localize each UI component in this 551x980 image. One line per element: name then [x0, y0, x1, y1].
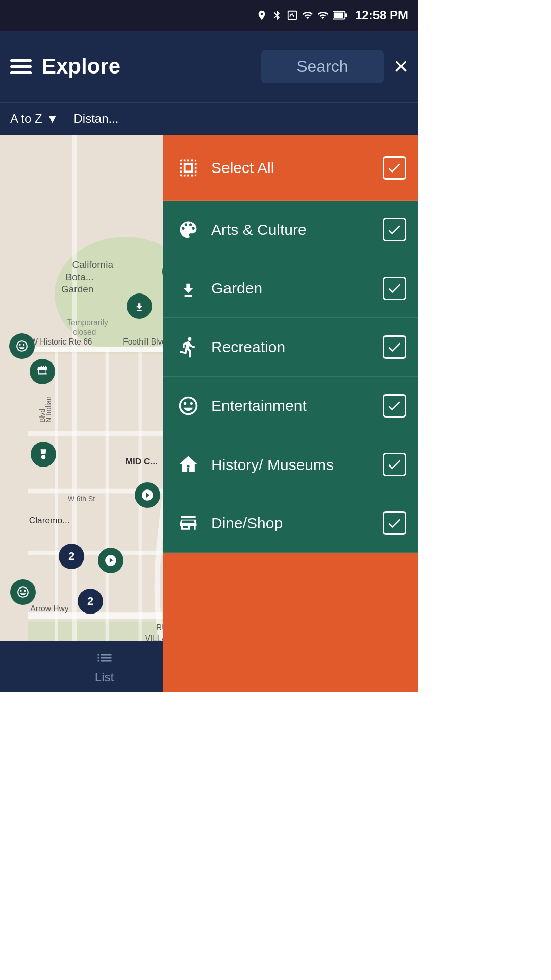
sort-arrow-icon: ▼	[46, 112, 59, 126]
sort-label: A to Z	[10, 112, 42, 126]
list-nav-label: List	[95, 670, 114, 684]
map-marker-face[interactable]	[9, 333, 35, 359]
arts-culture-checkbox[interactable]	[383, 218, 406, 241]
recreation-item[interactable]: Recreation	[163, 318, 418, 377]
map-area[interactable]: California Bota... Garden Temporarily cl…	[0, 135, 418, 692]
entertainment-label: Entertainment	[211, 397, 372, 414]
status-time: 12:58 PM	[355, 8, 408, 22]
svg-text:Foothill Blvd: Foothill Blvd	[123, 337, 166, 346]
bluetooth-icon	[271, 10, 283, 21]
dine-shop-checkbox[interactable]	[383, 511, 406, 535]
header: Explore Search ×	[0, 31, 418, 102]
map-marker-theater-2[interactable]	[98, 548, 123, 573]
garden-item[interactable]: Garden	[163, 259, 418, 318]
signal-icon	[317, 10, 329, 21]
recreation-checkbox[interactable]	[383, 335, 406, 359]
status-bar: 12:58 PM	[0, 0, 418, 31]
filter-bar: A to Z ▼ Distan...	[0, 102, 418, 135]
search-box[interactable]: Search	[261, 50, 384, 83]
dine-shop-item[interactable]: Dine/Shop	[163, 494, 418, 553]
svg-text:W 6th St: W 6th St	[68, 495, 95, 503]
svg-text:Claremo...: Claremo...	[29, 515, 70, 525]
battery-icon	[333, 10, 347, 21]
select-all-item[interactable]: Select All	[163, 135, 418, 201]
dropdown-panel: Select All Arts & Culture	[163, 135, 418, 692]
map-marker-shop[interactable]	[30, 359, 55, 384]
svg-rect-1	[334, 12, 343, 18]
menu-button[interactable]	[10, 59, 32, 74]
arts-culture-label: Arts & Culture	[211, 221, 372, 238]
svg-text:Garden: Garden	[61, 284, 93, 295]
wifi-icon	[302, 10, 313, 21]
sort-az-button[interactable]: A to Z ▼	[10, 112, 58, 126]
history-museums-label: History/ Museums	[211, 455, 372, 475]
entertainment-item[interactable]: Entertainment	[163, 377, 418, 435]
map-marker-tree-1[interactable]	[127, 293, 152, 319]
nfc-icon	[287, 10, 298, 21]
svg-text:MID C...: MID C...	[125, 456, 157, 467]
arts-culture-item[interactable]: Arts & Culture	[163, 201, 418, 259]
select-all-checkbox[interactable]	[383, 156, 406, 180]
map-marker-theater-1[interactable]	[135, 482, 160, 508]
entertainment-checkbox[interactable]	[383, 394, 406, 418]
svg-rect-2	[345, 13, 347, 17]
dine-shop-icon	[176, 510, 201, 536]
location-icon	[256, 10, 267, 21]
svg-rect-15	[106, 348, 109, 692]
svg-text:California: California	[72, 259, 114, 270]
map-marker-num-1[interactable]: 2	[59, 544, 84, 569]
entertainment-icon	[176, 393, 201, 419]
history-museums-icon	[176, 452, 201, 477]
dine-shop-label: Dine/Shop	[211, 514, 372, 532]
svg-rect-13	[72, 135, 77, 692]
page-title: Explore	[42, 54, 251, 79]
svg-text:closed: closed	[73, 328, 96, 336]
dropdown-bottom-space	[163, 553, 418, 692]
map-marker-vase[interactable]	[31, 442, 56, 467]
svg-text:Blvd: Blvd	[38, 409, 46, 423]
svg-text:Bota...: Bota...	[66, 272, 94, 282]
history-museums-checkbox[interactable]	[383, 453, 406, 476]
main-content: California Bota... Garden Temporarily cl…	[0, 135, 418, 692]
close-button[interactable]: ×	[394, 54, 408, 79]
list-icon	[95, 649, 114, 667]
garden-label: Garden	[211, 280, 372, 297]
select-all-label: Select All	[211, 159, 372, 177]
svg-text:W Historic Rte 66: W Historic Rte 66	[30, 337, 92, 346]
garden-checkbox[interactable]	[383, 277, 406, 300]
history-museums-item[interactable]: History/ Museums	[163, 435, 418, 494]
map-marker-face-2[interactable]	[10, 579, 36, 605]
select-all-icon	[176, 155, 201, 181]
arts-culture-icon	[176, 217, 201, 242]
recreation-label: Recreation	[211, 338, 372, 356]
svg-rect-16	[138, 348, 142, 692]
distance-filter[interactable]: Distan...	[73, 112, 118, 126]
svg-text:Arrow Hwy: Arrow Hwy	[30, 604, 69, 613]
garden-icon	[176, 276, 201, 301]
status-icons: 12:58 PM	[10, 8, 408, 22]
recreation-icon	[176, 334, 201, 360]
map-marker-num-2[interactable]: 2	[78, 589, 103, 614]
svg-text:Temporarily: Temporarily	[67, 318, 108, 327]
